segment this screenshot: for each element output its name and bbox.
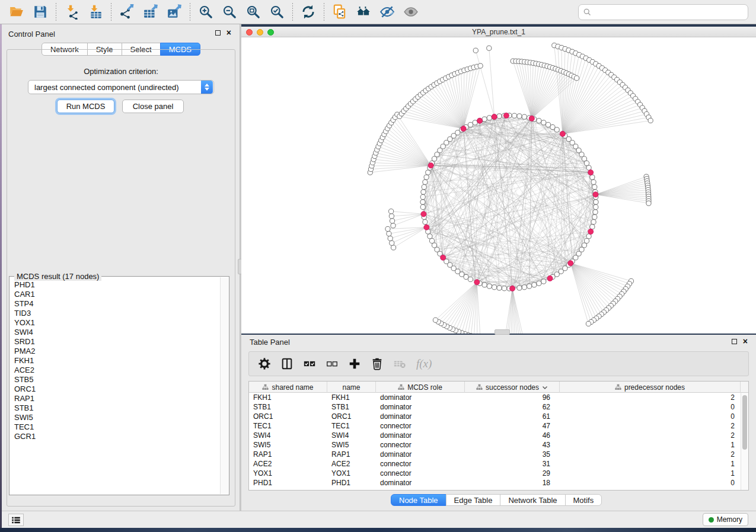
table-scrollbar[interactable] bbox=[741, 393, 748, 490]
mcds-result-list: PHD1CAR1STP4TID3YOX1SWI4SRD1PMA2FKH1ACE2… bbox=[10, 280, 220, 494]
mcds-result-item[interactable]: SWI5 bbox=[10, 413, 220, 422]
float-table-panel-icon[interactable] bbox=[732, 339, 737, 344]
copy-network-button[interactable] bbox=[328, 2, 352, 22]
columns-button[interactable] bbox=[277, 354, 296, 373]
mcds-result-item[interactable]: RAP1 bbox=[10, 394, 220, 403]
mcds-result-item[interactable]: PMA2 bbox=[10, 347, 220, 356]
mcds-result-item[interactable]: STB1 bbox=[10, 403, 220, 413]
table-row[interactable]: SWI4SWI4dominator462 bbox=[249, 431, 748, 440]
cell-name: SWI4 bbox=[327, 431, 376, 440]
checkbox-unchecked-pair-button[interactable] bbox=[323, 354, 342, 373]
first-neighbors-button[interactable] bbox=[352, 2, 375, 22]
memory-status-icon bbox=[709, 517, 714, 523]
zoom-fit-button[interactable] bbox=[241, 2, 265, 22]
tab-node-table[interactable]: Node Table bbox=[391, 494, 446, 506]
search-input[interactable] bbox=[578, 4, 748, 20]
cell-successor-nodes: 47 bbox=[465, 421, 560, 431]
mcds-result-item[interactable]: TID3 bbox=[10, 309, 220, 318]
refresh-layout-button[interactable] bbox=[296, 2, 320, 22]
table-row[interactable]: ORC1ORC1dominator610 bbox=[249, 412, 748, 421]
table-row[interactable]: PHD1PHD1dominator180 bbox=[249, 478, 748, 488]
close-panel-button[interactable]: Close panel bbox=[122, 100, 184, 113]
table-scrollbar-thumb[interactable] bbox=[742, 395, 747, 450]
memory-label: Memory bbox=[717, 515, 742, 524]
checkbox-checked-pair-icon bbox=[303, 357, 316, 370]
cell-successor-nodes: 62 bbox=[465, 402, 560, 412]
criterion-select[interactable]: largest connected component (undirected) bbox=[28, 80, 214, 94]
cell-predecessor-nodes: 0 bbox=[560, 478, 741, 488]
cell-name: ORC1 bbox=[327, 412, 376, 421]
table-row[interactable]: YOX1YOX1connector291 bbox=[249, 469, 748, 478]
mcds-list-scrollbar[interactable] bbox=[220, 277, 228, 494]
table-row[interactable]: SWI5SWI5connector431 bbox=[249, 440, 748, 450]
show-all-icon bbox=[403, 4, 419, 20]
zoom-in-button[interactable] bbox=[194, 2, 218, 22]
tab-network-table[interactable]: Network Table bbox=[500, 494, 565, 506]
mcds-result-item[interactable]: CAR1 bbox=[10, 290, 220, 299]
import-table-button[interactable] bbox=[84, 2, 107, 22]
save-session-button[interactable] bbox=[28, 2, 52, 22]
close-panel-icon[interactable]: × bbox=[227, 30, 231, 36]
gear-button[interactable] bbox=[255, 354, 274, 373]
mcds-result-item[interactable]: STB5 bbox=[10, 375, 220, 384]
export-table-button[interactable] bbox=[139, 2, 162, 22]
table-row[interactable]: RAP1RAP1dominator352 bbox=[249, 450, 748, 459]
column-header-MCDS-role[interactable]: MCDS role bbox=[376, 382, 465, 393]
table-row[interactable]: STB1STB1dominator620 bbox=[249, 402, 748, 412]
column-header-predecessor-nodes[interactable]: predecessor nodes bbox=[560, 382, 741, 393]
plus-button[interactable] bbox=[345, 354, 364, 373]
hide-selected-button[interactable] bbox=[375, 2, 399, 22]
export-network-button[interactable] bbox=[115, 2, 139, 22]
control-panel: Control Panel × NetworkStyleSelectMCDS O… bbox=[2, 24, 240, 511]
cell-successor-nodes: 29 bbox=[465, 469, 560, 478]
zoom-selected-button[interactable] bbox=[265, 2, 289, 22]
cell-shared-name: ORC1 bbox=[249, 412, 327, 421]
cell-MCDS-role: connector bbox=[376, 459, 465, 469]
mcds-result-item[interactable]: ACE2 bbox=[10, 366, 220, 375]
import-network-icon bbox=[64, 4, 79, 20]
cell-name: STB1 bbox=[327, 402, 376, 412]
tab-edge-table[interactable]: Edge Table bbox=[446, 494, 501, 506]
export-image-icon bbox=[167, 4, 182, 20]
checkbox-checked-pair-button[interactable] bbox=[300, 354, 319, 373]
cell-shared-name: ACE2 bbox=[249, 459, 327, 469]
table-row[interactable]: TEC1TEC1connector472 bbox=[249, 421, 748, 431]
run-mcds-button[interactable]: Run MCDS bbox=[57, 100, 114, 113]
mcds-result-item[interactable]: GCR1 bbox=[10, 432, 220, 441]
trash-button[interactable] bbox=[368, 354, 387, 373]
close-table-panel-icon[interactable]: × bbox=[743, 338, 748, 344]
table-body: FKH1FKH1dominator962STB1STB1dominator620… bbox=[249, 393, 748, 488]
column-header-shared-name[interactable]: shared name bbox=[249, 382, 327, 393]
mcds-result-item[interactable]: PHD1 bbox=[10, 280, 220, 290]
import-network-button[interactable] bbox=[60, 2, 84, 22]
column-header-successor-nodes[interactable]: successor nodes bbox=[465, 382, 560, 393]
task-history-button[interactable] bbox=[8, 514, 24, 526]
cell-shared-name: SWI4 bbox=[249, 431, 327, 440]
mcds-result-item[interactable]: FKH1 bbox=[10, 356, 220, 366]
cell-successor-nodes: 96 bbox=[465, 393, 560, 402]
table-delete-button bbox=[390, 354, 409, 373]
mcds-result-item[interactable]: ORC1 bbox=[10, 384, 220, 394]
copy-network-icon bbox=[332, 4, 347, 20]
open-file-button[interactable] bbox=[5, 2, 28, 22]
mcds-result-item[interactable]: SRD1 bbox=[10, 337, 220, 347]
zoom-out-button[interactable] bbox=[218, 2, 241, 22]
mcds-result-item[interactable]: SWI4 bbox=[10, 328, 220, 337]
org-chart-icon bbox=[262, 384, 269, 390]
horizontal-splitter-handle[interactable] bbox=[495, 329, 510, 335]
show-all-button[interactable] bbox=[399, 2, 423, 22]
table-header-row: shared namenameMCDS rolesuccessor nodesp… bbox=[249, 382, 748, 393]
memory-button[interactable]: Memory bbox=[703, 513, 748, 526]
export-image-button[interactable] bbox=[162, 2, 186, 22]
table-row[interactable]: FKH1FKH1dominator962 bbox=[249, 393, 748, 402]
column-header-name[interactable]: name bbox=[327, 382, 376, 393]
tab-motifs[interactable]: Motifs bbox=[565, 494, 602, 506]
mcds-result-item[interactable]: STP4 bbox=[10, 299, 220, 309]
float-panel-icon[interactable] bbox=[215, 30, 221, 36]
network-canvas[interactable] bbox=[241, 37, 756, 334]
network-window-title: YPA_prune.txt_1 bbox=[241, 28, 756, 36]
mcds-result-item[interactable]: YOX1 bbox=[10, 318, 220, 328]
mcds-result-item[interactable]: TEC1 bbox=[10, 422, 220, 432]
table-row[interactable]: ACE2ACE2connector311 bbox=[249, 459, 748, 469]
toolbar-separator bbox=[111, 3, 111, 21]
